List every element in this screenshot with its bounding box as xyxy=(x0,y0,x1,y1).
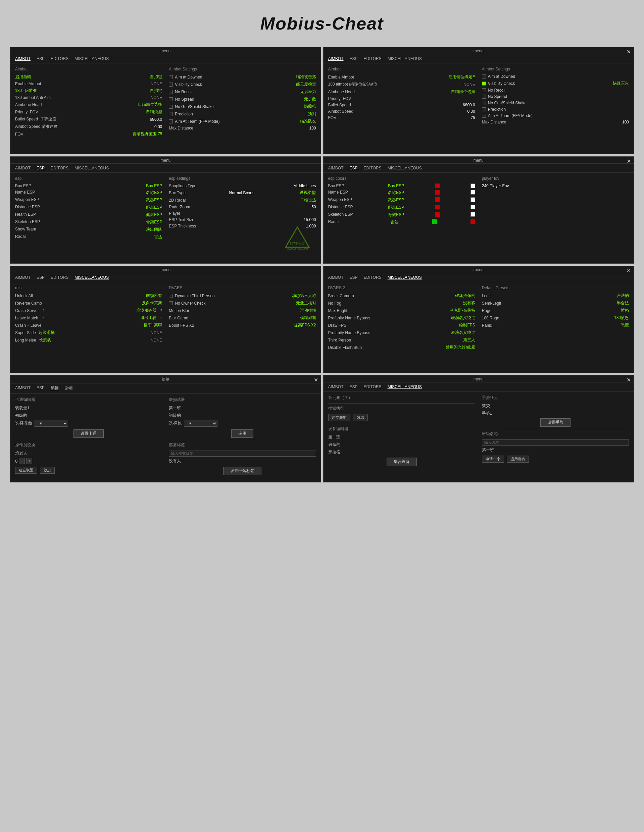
nav-esp-4[interactable]: ESP xyxy=(350,166,358,170)
nav-aimbot-1[interactable]: AIMBOT xyxy=(15,56,30,61)
apply-all-button[interactable]: 适用所有 xyxy=(507,456,529,462)
nav-misc-1[interactable]: MISCELLANEOUS xyxy=(75,56,109,61)
checkbox-icon[interactable] xyxy=(169,75,173,79)
field-third-person: Third Person 第三人 xyxy=(328,337,475,343)
nav-aimbot-6[interactable]: AIMBOT xyxy=(328,275,344,280)
loyalty-button-7[interactable]: 效忠 xyxy=(40,467,55,474)
color-swatch[interactable] xyxy=(471,219,475,224)
nav-misc-3[interactable]: MISCELLANEOUS xyxy=(75,166,109,170)
pattern-select[interactable]: ▼ xyxy=(35,420,68,427)
checkbox-icon[interactable] xyxy=(169,83,173,86)
nav-editors-8[interactable]: EDITORS xyxy=(364,384,381,389)
step-minus[interactable]: - xyxy=(19,458,25,464)
color-swatch[interactable] xyxy=(471,190,475,195)
build-alliance-button-7[interactable]: 建立联盟 xyxy=(15,467,37,474)
step-plus[interactable]: + xyxy=(26,458,32,464)
nav-aimbot-2[interactable]: AIMBOT xyxy=(328,56,344,61)
nav-editors-1[interactable]: EDITORS xyxy=(51,56,69,61)
color-swatch[interactable] xyxy=(435,205,440,210)
nav-editors-6[interactable]: EDITORS xyxy=(364,275,381,280)
checkbox-icon[interactable] xyxy=(169,97,173,101)
close-button-6[interactable]: ✕ xyxy=(626,267,631,274)
nav-misc-4[interactable]: MISCELLANEOUS xyxy=(388,166,422,170)
nav-aimbot-5[interactable]: AIMBOT xyxy=(15,275,30,280)
nav-editors-4[interactable]: EDITORS xyxy=(364,166,381,170)
close-button-2[interactable]: ✕ xyxy=(626,49,631,55)
field-row: 180° 反瞄准 自拟键 xyxy=(15,88,162,94)
nav-esp-3[interactable]: ESP xyxy=(37,166,45,170)
field-radar-zoom: RadarZoom 50 xyxy=(169,205,316,210)
nav-misc-8[interactable]: MISCELLANEOUS xyxy=(388,384,422,389)
checkbox-icon[interactable] xyxy=(169,112,173,116)
color-swatch[interactable] xyxy=(435,197,440,202)
checkbox-icon[interactable] xyxy=(169,105,173,109)
close-button-4[interactable]: ✕ xyxy=(626,158,631,165)
checkbox-no-spread-1: No Spread 无扩散 xyxy=(169,96,316,102)
checkbox-icon[interactable] xyxy=(482,94,486,99)
color-swatch[interactable] xyxy=(471,212,475,217)
apply-one-button[interactable]: 申请一个 xyxy=(482,456,504,462)
nav-misc-2[interactable]: MISCELLANEOUS xyxy=(388,56,422,61)
set-clan-tag-button[interactable]: 设置部落标签 xyxy=(223,467,261,475)
color-swatch[interactable] xyxy=(471,184,475,188)
panel-4: ✕ menu AIMBOT ESP EDITORS MISCELLANEOUS … xyxy=(323,156,634,264)
nav-misc-7[interactable]: 杂项 xyxy=(65,386,73,391)
checkbox-icon[interactable] xyxy=(482,82,486,86)
nav-aimbot-3[interactable]: AIMBOT xyxy=(15,166,30,170)
checkbox-icon[interactable] xyxy=(482,75,486,78)
gun-select[interactable]: ▼ xyxy=(184,420,218,427)
loyalty-button-8[interactable]: 效忠 xyxy=(353,414,368,421)
checkbox-icon[interactable] xyxy=(169,90,173,94)
panel-7-camo-title: 卡通编辑器 xyxy=(15,397,162,403)
color-swatch[interactable] xyxy=(471,197,475,202)
esp-color-name: Name ESP 名称ESP xyxy=(328,190,475,195)
nav-misc-6[interactable]: MISCELLANEOUS xyxy=(388,275,422,280)
checkbox-icon[interactable] xyxy=(482,88,486,92)
checkbox-icon[interactable] xyxy=(169,120,173,123)
color-swatch[interactable] xyxy=(435,212,440,217)
nav-editors-7[interactable]: 编辑 xyxy=(51,386,59,391)
set-gesture-button[interactable]: 设置手势 xyxy=(540,418,570,427)
checkbox-prediction-2: Prediction xyxy=(482,107,629,112)
checkbox-icon[interactable] xyxy=(482,114,486,118)
color-swatch[interactable] xyxy=(435,190,440,195)
panel-6-left-title: DVARS 2 xyxy=(328,285,475,290)
field-frag: 弗拉格 xyxy=(328,449,475,455)
color-swatch[interactable] xyxy=(435,184,440,188)
nav-aimbot-8[interactable]: AIMBOT xyxy=(328,384,344,389)
build-alliance-button-8[interactable]: 建立联盟 xyxy=(328,414,350,421)
esp-radar-row: Radar 雷达 xyxy=(15,234,162,240)
panel-4-nav: AIMBOT ESP EDITORS MISCELLANEOUS xyxy=(324,164,634,173)
panels-container: menu AIMBOT ESP EDITORS MISCELLANEOUS Ai… xyxy=(0,43,644,486)
nav-misc-5[interactable]: MISCELLANEOUS xyxy=(75,275,109,280)
nav-aimbot-4[interactable]: AIMBOT xyxy=(328,166,344,170)
nav-editors-5[interactable]: EDITORS xyxy=(51,275,69,280)
assemble-device-button[interactable]: 集合设备 xyxy=(387,458,417,466)
nav-editors-2[interactable]: EDITORS xyxy=(364,56,381,61)
checkbox-icon[interactable] xyxy=(482,107,486,111)
color-swatch[interactable] xyxy=(432,219,437,224)
nav-esp-8[interactable]: ESP xyxy=(350,384,358,389)
apply-button-7[interactable]: 应用 xyxy=(231,429,253,438)
nav-esp-1[interactable]: ESP xyxy=(37,56,45,61)
field-player: Player xyxy=(169,211,316,216)
nav-esp-6[interactable]: ESP xyxy=(350,275,358,280)
field-grade: 初级的 xyxy=(15,413,162,418)
nav-aimbot-7[interactable]: AIMBOT xyxy=(15,386,30,391)
nav-esp-5[interactable]: ESP xyxy=(37,275,45,280)
field-2d-radar: 2D Radar 二维雷达 xyxy=(169,197,316,203)
checkbox-icon[interactable] xyxy=(169,301,173,305)
close-button-7[interactable]: ✕ xyxy=(314,377,318,383)
checkbox-icon[interactable] xyxy=(482,101,486,105)
panel-5: menu AIMBOT ESP EDITORS MISCELLANEOUS mi… xyxy=(10,266,321,373)
color-swatch[interactable] xyxy=(471,205,475,210)
checkbox-icon[interactable] xyxy=(169,294,173,298)
class-name-input[interactable] xyxy=(482,440,629,445)
clan-tag-input[interactable] xyxy=(169,451,316,457)
nav-esp-2[interactable]: ESP xyxy=(350,56,358,61)
nav-esp-7[interactable]: ESP xyxy=(37,386,45,391)
close-button-8[interactable]: ✕ xyxy=(626,377,631,383)
panel-4-right: player fov 240 Player Fov xyxy=(482,176,629,227)
nav-editors-3[interactable]: EDITORS xyxy=(51,166,69,170)
set-camo-button[interactable]: 设置卡通 xyxy=(74,429,104,438)
